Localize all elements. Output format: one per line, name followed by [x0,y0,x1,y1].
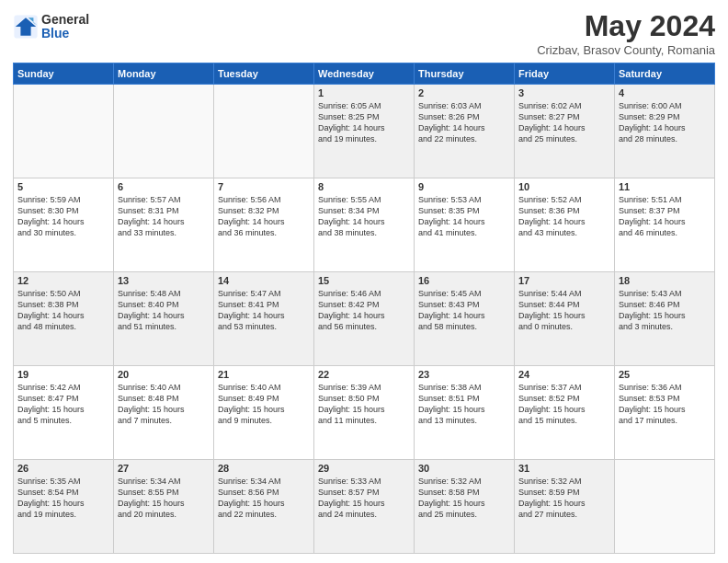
table-row [214,85,314,178]
table-row: 25Sunrise: 5:36 AM Sunset: 8:53 PM Dayli… [615,366,715,460]
day-info: Sunrise: 5:48 AM Sunset: 8:40 PM Dayligh… [118,288,210,333]
day-info: Sunrise: 5:45 AM Sunset: 8:43 PM Dayligh… [418,288,510,333]
title-block: May 2024 Crizbav, Brasov County, Romania [537,9,715,57]
table-row: 2Sunrise: 6:03 AM Sunset: 8:26 PM Daylig… [415,85,515,178]
table-row: 31Sunrise: 5:32 AM Sunset: 8:59 PM Dayli… [515,460,615,554]
day-info: Sunrise: 5:55 AM Sunset: 8:34 PM Dayligh… [318,194,410,239]
day-number: 12 [17,275,109,286]
day-number: 16 [418,275,510,286]
logo-blue-text: Blue [41,27,89,40]
day-info: Sunrise: 5:38 AM Sunset: 8:51 PM Dayligh… [418,382,510,427]
day-info: Sunrise: 5:47 AM Sunset: 8:41 PM Dayligh… [218,288,310,333]
day-number: 29 [318,463,410,474]
page: General Blue May 2024 Crizbav, Brasov Co… [0,0,728,563]
subtitle: Crizbav, Brasov County, Romania [537,43,715,57]
day-number: 5 [17,181,109,192]
table-row: 22Sunrise: 5:39 AM Sunset: 8:50 PM Dayli… [314,366,415,460]
table-row: 18Sunrise: 5:43 AM Sunset: 8:46 PM Dayli… [615,272,715,366]
table-row: 10Sunrise: 5:52 AM Sunset: 8:36 PM Dayli… [515,178,615,272]
table-row: 11Sunrise: 5:51 AM Sunset: 8:37 PM Dayli… [615,178,715,272]
day-info: Sunrise: 5:44 AM Sunset: 8:44 PM Dayligh… [518,288,610,333]
logo-general-text: General [41,13,89,27]
table-row: 21Sunrise: 5:40 AM Sunset: 8:49 PM Dayli… [214,366,314,460]
day-info: Sunrise: 5:57 AM Sunset: 8:31 PM Dayligh… [118,194,210,239]
table-row: 7Sunrise: 5:56 AM Sunset: 8:32 PM Daylig… [214,178,314,272]
table-row: 26Sunrise: 5:35 AM Sunset: 8:54 PM Dayli… [14,460,114,554]
day-number: 19 [17,369,109,380]
day-info: Sunrise: 5:40 AM Sunset: 8:49 PM Dayligh… [218,382,310,427]
table-row: 28Sunrise: 5:34 AM Sunset: 8:56 PM Dayli… [214,460,314,554]
day-info: Sunrise: 6:03 AM Sunset: 8:26 PM Dayligh… [418,100,510,145]
day-info: Sunrise: 6:02 AM Sunset: 8:27 PM Dayligh… [518,100,610,145]
table-row: 1Sunrise: 6:05 AM Sunset: 8:25 PM Daylig… [314,85,415,178]
day-number: 30 [418,463,510,474]
table-row: 14Sunrise: 5:47 AM Sunset: 8:41 PM Dayli… [214,272,314,366]
day-number: 22 [318,369,410,380]
day-info: Sunrise: 5:53 AM Sunset: 8:35 PM Dayligh… [418,194,510,239]
day-number: 14 [218,275,310,286]
day-number: 10 [518,181,610,192]
calendar-week-row: 19Sunrise: 5:42 AM Sunset: 8:47 PM Dayli… [14,366,715,460]
day-info: Sunrise: 5:50 AM Sunset: 8:38 PM Dayligh… [17,288,109,333]
day-info: Sunrise: 5:52 AM Sunset: 8:36 PM Dayligh… [518,194,610,239]
table-row: 12Sunrise: 5:50 AM Sunset: 8:38 PM Dayli… [14,272,114,366]
table-row: 23Sunrise: 5:38 AM Sunset: 8:51 PM Dayli… [415,366,515,460]
day-info: Sunrise: 6:05 AM Sunset: 8:25 PM Dayligh… [318,100,410,145]
day-info: Sunrise: 5:34 AM Sunset: 8:55 PM Dayligh… [118,476,210,521]
day-number: 24 [518,369,610,380]
day-info: Sunrise: 5:40 AM Sunset: 8:48 PM Dayligh… [118,382,210,427]
day-info: Sunrise: 5:33 AM Sunset: 8:57 PM Dayligh… [318,476,410,521]
day-number: 27 [118,463,210,474]
calendar-week-row: 26Sunrise: 5:35 AM Sunset: 8:54 PM Dayli… [14,460,715,554]
table-row: 16Sunrise: 5:45 AM Sunset: 8:43 PM Dayli… [415,272,515,366]
day-number: 8 [318,181,410,192]
calendar-table: Sunday Monday Tuesday Wednesday Thursday… [13,63,715,554]
day-number: 31 [518,463,610,474]
day-number: 17 [518,275,610,286]
table-row: 17Sunrise: 5:44 AM Sunset: 8:44 PM Dayli… [515,272,615,366]
day-info: Sunrise: 5:34 AM Sunset: 8:56 PM Dayligh… [218,476,310,521]
col-tuesday: Tuesday [214,63,314,85]
day-info: Sunrise: 5:42 AM Sunset: 8:47 PM Dayligh… [17,382,109,427]
day-number: 9 [418,181,510,192]
logo-text: General Blue [41,13,89,41]
table-row: 13Sunrise: 5:48 AM Sunset: 8:40 PM Dayli… [114,272,214,366]
table-row: 30Sunrise: 5:32 AM Sunset: 8:58 PM Dayli… [415,460,515,554]
col-saturday: Saturday [615,63,715,85]
day-number: 15 [318,275,410,286]
col-friday: Friday [515,63,615,85]
day-number: 2 [418,87,510,98]
day-number: 18 [619,275,711,286]
day-info: Sunrise: 5:36 AM Sunset: 8:53 PM Dayligh… [619,382,711,427]
day-number: 13 [118,275,210,286]
table-row: 8Sunrise: 5:55 AM Sunset: 8:34 PM Daylig… [314,178,415,272]
calendar-week-row: 5Sunrise: 5:59 AM Sunset: 8:30 PM Daylig… [14,178,715,272]
col-thursday: Thursday [415,63,515,85]
table-row: 5Sunrise: 5:59 AM Sunset: 8:30 PM Daylig… [14,178,114,272]
day-info: Sunrise: 5:43 AM Sunset: 8:46 PM Dayligh… [619,288,711,333]
table-row: 9Sunrise: 5:53 AM Sunset: 8:35 PM Daylig… [415,178,515,272]
table-row: 4Sunrise: 6:00 AM Sunset: 8:29 PM Daylig… [615,85,715,178]
day-number: 23 [418,369,510,380]
table-row: 27Sunrise: 5:34 AM Sunset: 8:55 PM Dayli… [114,460,214,554]
table-row: 29Sunrise: 5:33 AM Sunset: 8:57 PM Dayli… [314,460,415,554]
col-sunday: Sunday [14,63,114,85]
day-number: 11 [619,181,711,192]
table-row [114,85,214,178]
table-row: 6Sunrise: 5:57 AM Sunset: 8:31 PM Daylig… [114,178,214,272]
table-row: 24Sunrise: 5:37 AM Sunset: 8:52 PM Dayli… [515,366,615,460]
table-row: 15Sunrise: 5:46 AM Sunset: 8:42 PM Dayli… [314,272,415,366]
table-row: 20Sunrise: 5:40 AM Sunset: 8:48 PM Dayli… [114,366,214,460]
day-info: Sunrise: 5:32 AM Sunset: 8:59 PM Dayligh… [518,476,610,521]
logo-icon [13,14,39,40]
day-info: Sunrise: 5:37 AM Sunset: 8:52 PM Dayligh… [518,382,610,427]
table-row [615,460,715,554]
main-title: May 2024 [537,9,715,43]
day-number: 25 [619,369,711,380]
calendar-week-row: 1Sunrise: 6:05 AM Sunset: 8:25 PM Daylig… [14,85,715,178]
header: General Blue May 2024 Crizbav, Brasov Co… [13,9,715,57]
day-number: 20 [118,369,210,380]
day-number: 1 [318,87,410,98]
day-info: Sunrise: 5:56 AM Sunset: 8:32 PM Dayligh… [218,194,310,239]
logo: General Blue [13,13,89,41]
